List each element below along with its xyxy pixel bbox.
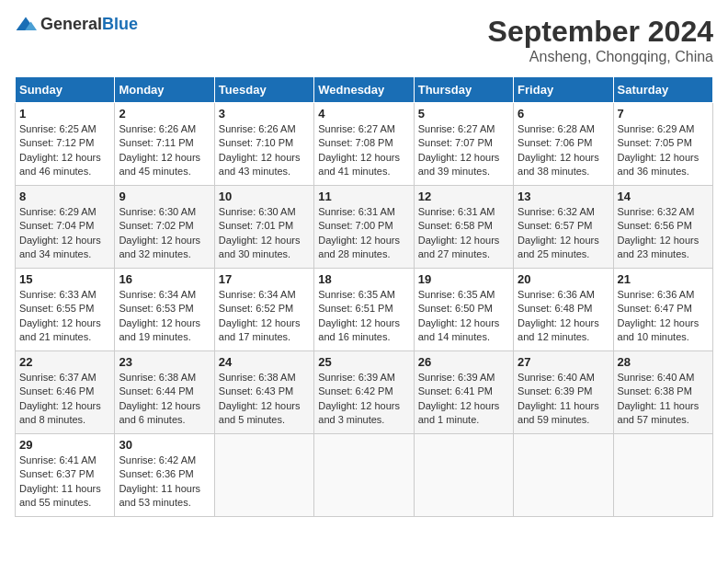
day-number: 26 — [418, 355, 509, 369]
daylight-label: Daylight: 12 hours and 41 minutes. — [318, 152, 400, 177]
daylight-label: Daylight: 12 hours and 8 minutes. — [19, 400, 101, 425]
day-number: 21 — [618, 272, 709, 286]
page-header: GeneralBlue September 2024 Ansheng, Chon… — [15, 15, 713, 65]
day-number: 22 — [19, 355, 110, 369]
sunset-label: Sunset: 7:01 PM — [219, 220, 293, 231]
sunrise-label: Sunrise: 6:40 AM — [618, 372, 695, 383]
day-info: Sunrise: 6:35 AM Sunset: 6:50 PM Dayligh… — [418, 288, 509, 345]
day-number: 11 — [318, 190, 409, 203]
sunset-label: Sunset: 7:08 PM — [318, 137, 392, 148]
day-info: Sunrise: 6:41 AM Sunset: 6:37 PM Dayligh… — [19, 454, 110, 511]
calendar-cell: 29 Sunrise: 6:41 AM Sunset: 6:37 PM Dayl… — [16, 434, 115, 517]
day-number: 15 — [19, 272, 110, 286]
day-info: Sunrise: 6:40 AM Sunset: 6:38 PM Dayligh… — [618, 371, 709, 428]
day-info: Sunrise: 6:42 AM Sunset: 6:36 PM Dayligh… — [119, 454, 210, 511]
calendar-cell: 18 Sunrise: 6:35 AM Sunset: 6:51 PM Dayl… — [314, 269, 414, 351]
day-info: Sunrise: 6:34 AM Sunset: 6:53 PM Dayligh… — [119, 288, 210, 345]
day-number: 9 — [119, 190, 210, 203]
daylight-label: Daylight: 12 hours and 38 minutes. — [518, 152, 599, 177]
day-number: 10 — [219, 190, 310, 203]
title-area: September 2024 Ansheng, Chongqing, China — [488, 15, 713, 65]
day-info: Sunrise: 6:27 AM Sunset: 7:07 PM Dayligh… — [418, 122, 509, 179]
day-number: 1 — [19, 107, 110, 121]
sunrise-label: Sunrise: 6:32 AM — [518, 206, 595, 217]
calendar-cell: 21 Sunrise: 6:36 AM Sunset: 6:47 PM Dayl… — [613, 269, 712, 351]
calendar-header-saturday: Saturday — [613, 77, 712, 103]
sunset-label: Sunset: 6:46 PM — [19, 385, 94, 396]
sunset-label: Sunset: 7:05 PM — [618, 137, 692, 148]
calendar-cell: 3 Sunrise: 6:26 AM Sunset: 7:10 PM Dayli… — [214, 103, 313, 186]
daylight-label: Daylight: 12 hours and 12 minutes. — [518, 317, 599, 342]
sunrise-label: Sunrise: 6:35 AM — [318, 289, 395, 300]
day-info: Sunrise: 6:27 AM Sunset: 7:08 PM Dayligh… — [318, 122, 409, 179]
calendar-cell: 30 Sunrise: 6:42 AM Sunset: 6:36 PM Dayl… — [115, 434, 214, 517]
day-info: Sunrise: 6:35 AM Sunset: 6:51 PM Dayligh… — [318, 288, 409, 345]
sunrise-label: Sunrise: 6:36 AM — [618, 289, 695, 300]
day-number: 5 — [418, 107, 509, 121]
day-info: Sunrise: 6:26 AM Sunset: 7:11 PM Dayligh… — [119, 122, 210, 179]
sunset-label: Sunset: 6:50 PM — [418, 303, 493, 314]
calendar-cell: 12 Sunrise: 6:31 AM Sunset: 6:58 PM Dayl… — [414, 186, 513, 269]
day-info: Sunrise: 6:29 AM Sunset: 7:05 PM Dayligh… — [618, 122, 709, 179]
day-number: 2 — [119, 107, 210, 121]
sunrise-label: Sunrise: 6:29 AM — [19, 206, 97, 217]
daylight-label: Daylight: 12 hours and 30 minutes. — [219, 235, 301, 259]
daylight-label: Daylight: 12 hours and 46 minutes. — [19, 152, 101, 177]
calendar-cell: 8 Sunrise: 6:29 AM Sunset: 7:04 PM Dayli… — [16, 186, 115, 269]
sunset-label: Sunset: 6:44 PM — [119, 385, 193, 396]
sunset-label: Sunset: 7:02 PM — [119, 220, 193, 231]
calendar-cell: 1 Sunrise: 6:25 AM Sunset: 7:12 PM Dayli… — [16, 103, 115, 186]
sunrise-label: Sunrise: 6:30 AM — [219, 206, 296, 217]
day-number: 8 — [19, 190, 110, 203]
day-info: Sunrise: 6:40 AM Sunset: 6:39 PM Dayligh… — [518, 371, 609, 428]
calendar-week-1: 1 Sunrise: 6:25 AM Sunset: 7:12 PM Dayli… — [16, 103, 713, 186]
day-number: 24 — [219, 355, 310, 369]
sunset-label: Sunset: 6:58 PM — [418, 220, 493, 231]
day-info: Sunrise: 6:39 AM Sunset: 6:41 PM Dayligh… — [418, 371, 509, 428]
calendar-cell — [613, 434, 712, 517]
daylight-label: Daylight: 12 hours and 14 minutes. — [418, 317, 500, 342]
sunset-label: Sunset: 7:11 PM — [119, 137, 193, 148]
day-info: Sunrise: 6:29 AM Sunset: 7:04 PM Dayligh… — [19, 205, 110, 262]
sunrise-label: Sunrise: 6:38 AM — [119, 372, 196, 383]
calendar-week-5: 29 Sunrise: 6:41 AM Sunset: 6:37 PM Dayl… — [16, 434, 713, 517]
calendar-cell: 13 Sunrise: 6:32 AM Sunset: 6:57 PM Dayl… — [514, 186, 613, 269]
sunset-label: Sunset: 6:53 PM — [119, 303, 193, 314]
sunset-label: Sunset: 6:38 PM — [618, 385, 692, 396]
sunrise-label: Sunrise: 6:30 AM — [119, 206, 196, 217]
sunset-label: Sunset: 6:36 PM — [119, 468, 193, 479]
logo-text: GeneralBlue — [40, 15, 138, 34]
calendar-header-friday: Friday — [514, 77, 613, 103]
calendar-cell: 22 Sunrise: 6:37 AM Sunset: 6:46 PM Dayl… — [16, 351, 115, 434]
day-number: 3 — [219, 107, 310, 121]
daylight-label: Daylight: 12 hours and 34 minutes. — [19, 235, 101, 259]
calendar-header-wednesday: Wednesday — [314, 77, 414, 103]
calendar-cell: 16 Sunrise: 6:34 AM Sunset: 6:53 PM Dayl… — [115, 269, 214, 351]
daylight-label: Daylight: 12 hours and 6 minutes. — [119, 400, 200, 425]
day-info: Sunrise: 6:25 AM Sunset: 7:12 PM Dayligh… — [19, 122, 110, 179]
daylight-label: Daylight: 12 hours and 1 minute. — [418, 400, 500, 425]
sunset-label: Sunset: 6:39 PM — [518, 385, 592, 396]
day-info: Sunrise: 6:30 AM Sunset: 7:01 PM Dayligh… — [219, 205, 310, 262]
sunset-label: Sunset: 7:06 PM — [518, 137, 592, 148]
calendar-header-tuesday: Tuesday — [214, 77, 313, 103]
daylight-label: Daylight: 12 hours and 3 minutes. — [318, 400, 400, 425]
day-number: 20 — [518, 272, 609, 286]
location-title: Ansheng, Chongqing, China — [488, 49, 713, 65]
sunset-label: Sunset: 6:47 PM — [618, 303, 692, 314]
sunrise-label: Sunrise: 6:27 AM — [418, 123, 495, 134]
day-info: Sunrise: 6:34 AM Sunset: 6:52 PM Dayligh… — [219, 288, 310, 345]
day-info: Sunrise: 6:32 AM Sunset: 6:57 PM Dayligh… — [518, 205, 609, 262]
sunrise-label: Sunrise: 6:37 AM — [19, 372, 97, 383]
sunrise-label: Sunrise: 6:29 AM — [618, 123, 695, 134]
calendar-cell — [314, 434, 414, 517]
sunrise-label: Sunrise: 6:25 AM — [19, 123, 97, 134]
sunset-label: Sunset: 6:51 PM — [318, 303, 392, 314]
daylight-label: Daylight: 12 hours and 25 minutes. — [518, 235, 599, 259]
day-info: Sunrise: 6:33 AM Sunset: 6:55 PM Dayligh… — [19, 288, 110, 345]
sunrise-label: Sunrise: 6:32 AM — [618, 206, 695, 217]
day-info: Sunrise: 6:38 AM Sunset: 6:44 PM Dayligh… — [119, 371, 210, 428]
calendar-cell: 19 Sunrise: 6:35 AM Sunset: 6:50 PM Dayl… — [414, 269, 513, 351]
sunset-label: Sunset: 6:41 PM — [418, 385, 493, 396]
calendar-cell: 14 Sunrise: 6:32 AM Sunset: 6:56 PM Dayl… — [613, 186, 712, 269]
